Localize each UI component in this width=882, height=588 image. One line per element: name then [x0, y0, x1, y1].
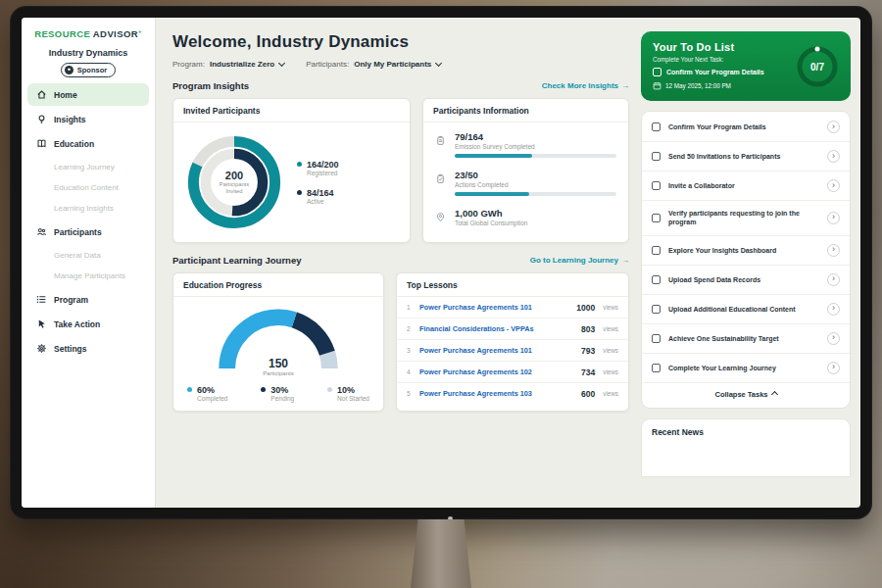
task-checkbox[interactable] — [652, 246, 661, 255]
legend-dot — [297, 162, 302, 167]
sidebar-item-settings[interactable]: Settings — [27, 337, 149, 360]
task-checkbox[interactable] — [652, 305, 661, 314]
task-row[interactable]: Confirm Your Program Details › — [642, 113, 850, 142]
lesson-link[interactable]: Power Purchase Agreements 103 — [419, 389, 574, 398]
task-checkbox[interactable] — [652, 364, 661, 372]
task-row[interactable]: Verify participants requesting to join t… — [642, 201, 850, 236]
org-name: Industry Dynamics — [22, 48, 155, 58]
page-title: Welcome, Industry Dynamics — [172, 32, 629, 52]
sidebar-item-participants[interactable]: Participants — [27, 220, 149, 243]
chevron-down-icon — [435, 60, 442, 67]
task-row[interactable]: Invite a Collaborator › — [642, 172, 850, 201]
sidebar-item-label: Insights — [54, 115, 86, 124]
chevron-down-icon — [278, 60, 285, 67]
chevron-right-icon[interactable]: › — [827, 150, 840, 163]
sidebar-item-label: Education — [54, 139, 94, 149]
invited-participants-card: Invited Participants 200 — [172, 98, 411, 243]
task-row[interactable]: Send 50 Invitations to Participants › — [642, 142, 850, 172]
program-icon — [36, 294, 47, 305]
chevron-right-icon[interactable]: › — [827, 121, 840, 133]
chevron-right-icon[interactable]: › — [827, 273, 840, 286]
task-row[interactable]: Upload Spend Data Records › — [642, 266, 850, 295]
task-checkbox[interactable] — [652, 152, 661, 161]
chevron-right-icon[interactable]: › — [827, 179, 840, 192]
lesson-link[interactable]: Power Purchase Agreements 101 — [419, 303, 569, 312]
participants-info-stats: 79/164 Emission Survey Completed — [423, 122, 628, 226]
chevron-right-icon[interactable]: › — [827, 212, 840, 224]
collapse-tasks-button[interactable]: Collapse Tasks — [642, 383, 850, 407]
sidebar-item-manage-participants[interactable]: Manage Participants — [27, 266, 149, 286]
sidebar-item-take-action[interactable]: Take Action — [27, 313, 149, 335]
card-title: Participants Information — [423, 99, 628, 122]
sidebar-item-learning-journey[interactable]: Learning Journey — [27, 157, 149, 177]
stat-value: 79/164 — [455, 131, 616, 142]
sidebar-item-home[interactable]: Home — [27, 83, 149, 106]
education-progress-card: Education Progress 150 — [172, 272, 384, 412]
next-task: Confirm Your Program Details — [653, 68, 782, 76]
stat-label: Actions Completed — [455, 181, 616, 188]
task-row[interactable]: Explore Your Insights Dashboard › — [642, 236, 850, 266]
chevron-right-icon[interactable]: › — [827, 362, 840, 374]
check-more-insights-link[interactable]: Check More Insights → — [542, 81, 629, 90]
task-checkbox[interactable] — [652, 181, 661, 190]
app-logo: RESOURCE ADVISOR+ — [22, 28, 155, 39]
go-to-learning-journey-link[interactable]: Go to Learning Journey → — [530, 256, 629, 265]
sidebar-item-label: Program — [54, 295, 88, 305]
legend-dot — [297, 190, 302, 195]
lesson-row: 2 Financial Considerations - VPPAs 803 v… — [397, 318, 628, 340]
sidebar-item-program[interactable]: Program — [27, 288, 149, 311]
participants-filter[interactable]: Participants: Only My Participants — [306, 60, 441, 69]
program-filter-label: Program: — [172, 60, 205, 69]
sidebar-item-learning-insights[interactable]: Learning Insights — [27, 198, 149, 219]
sidebar-item-education[interactable]: Education — [27, 132, 149, 155]
program-filter[interactable]: Program: Industrialize Zero — [172, 60, 284, 69]
lesson-row: 3 Power Purchase Agreements 101 793 view… — [397, 340, 628, 362]
stat-row: 79/164 Emission Survey Completed — [435, 131, 616, 158]
legend-dot — [327, 387, 332, 392]
lesson-row: 5 Power Purchase Agreements 103 600 view… — [397, 383, 628, 404]
todo-panel: Your To Do List Complete Your Next Task:… — [641, 18, 860, 508]
actions-icon — [435, 170, 447, 196]
sidebar-item-education-content[interactable]: Education Content — [27, 177, 149, 198]
card-title: Education Progress — [173, 273, 383, 297]
task-row[interactable]: Upload Additional Educational Content › — [642, 295, 850, 324]
legend-item: 60% Completed — [187, 385, 227, 402]
chevron-right-icon[interactable]: › — [827, 303, 840, 316]
task-checkbox[interactable] — [652, 275, 661, 284]
sidebar-item-insights[interactable]: Insights — [27, 108, 149, 130]
sidebar-item-label: Participants — [54, 227, 102, 237]
chevron-right-icon[interactable]: › — [827, 244, 840, 257]
education-icon — [36, 138, 47, 149]
logo-plus: + — [138, 28, 142, 34]
lesson-link[interactable]: Power Purchase Agreements 102 — [419, 368, 574, 376]
lesson-row: 4 Power Purchase Agreements 102 734 view… — [397, 362, 628, 383]
gauge-center-label: 150 Participants — [216, 357, 341, 376]
learning-journey-header: Participant Learning Journey Go to Learn… — [172, 255, 629, 266]
task-row[interactable]: Achieve One Sustainability Target › — [642, 324, 850, 354]
sidebar-item-label: Take Action — [54, 319, 100, 329]
sidebar-item-label: Home — [54, 90, 77, 100]
gauge-chart: 150 Participants — [216, 305, 341, 377]
program-insights-cards: Invited Participants 200 — [172, 98, 629, 243]
donut-legend: 164/200 Registered 84/164 Active — [297, 160, 339, 206]
stat-value: 1,000 GWh — [455, 208, 616, 219]
sidebar-item-label: Settings — [54, 344, 87, 354]
task-checkbox[interactable] — [652, 334, 661, 343]
task-checkbox[interactable] — [652, 214, 661, 222]
sidebar-item-general-data[interactable]: General Data — [27, 245, 149, 266]
lesson-link[interactable]: Power Purchase Agreements 101 — [419, 346, 574, 355]
home-icon — [36, 89, 47, 100]
participants-icon — [36, 226, 47, 237]
settings-icon — [36, 343, 47, 354]
invited-donut-chart: 200 Participants Invited 164/200 Registe — [173, 122, 410, 242]
chevron-right-icon[interactable]: › — [827, 332, 840, 345]
arrow-right-icon: → — [621, 256, 629, 265]
task-row[interactable]: Complete Your Learning Journey › — [642, 354, 850, 383]
task-checkbox[interactable] — [652, 122, 661, 131]
sidebar: RESOURCE ADVISOR+ Industry Dynamics Spon… — [22, 18, 156, 508]
monitor-bezel: RESOURCE ADVISOR+ Industry Dynamics Spon… — [10, 6, 872, 519]
participants-filter-label: Participants: — [306, 60, 349, 69]
calendar-icon — [653, 81, 662, 90]
lesson-link[interactable]: Financial Considerations - VPPAs — [419, 324, 574, 333]
task-checkbox[interactable] — [653, 68, 662, 76]
